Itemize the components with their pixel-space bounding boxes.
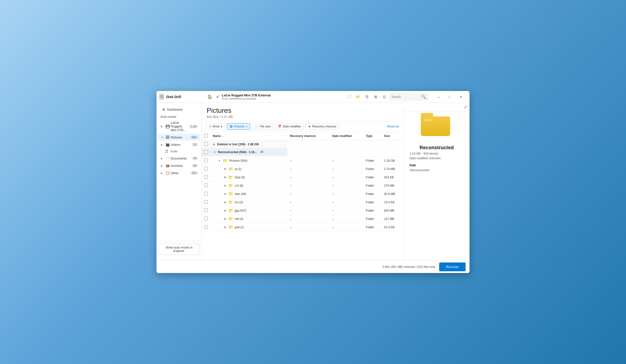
row-checkbox-4[interactable] (204, 192, 208, 196)
expand-icon-pictures: ▼ (161, 136, 164, 139)
recovery-chances-label: Recovery chances (312, 125, 336, 128)
row-checkbox-2[interactable] (204, 175, 208, 179)
expand-ai-btn[interactable]: ▶ (224, 167, 227, 171)
type-cell: Folder (363, 206, 382, 215)
chevron-down-icon: ▾ (221, 125, 222, 128)
sidebar-other-label: Other (171, 171, 189, 175)
maximize-button[interactable]: □ (444, 93, 455, 101)
show-scan-btn[interactable]: Show scan results in Explorer (158, 244, 199, 255)
eye-icon[interactable]: 👁 (260, 150, 264, 154)
size-cell: 127 MB (382, 215, 403, 223)
row-checkbox-5[interactable] (204, 200, 208, 204)
disk-icon: 💾 (165, 124, 170, 128)
select-all-header[interactable] (202, 132, 210, 140)
right-panel: Pictures 842 files / 3.17 GB ≡ Show ▾ 🖼 … (202, 103, 470, 260)
preview-panel: ⤢ Reconstructed 1.19 GB – 504 item(s) (403, 103, 470, 260)
new-file-button[interactable]: 📄 (345, 93, 353, 101)
search-icon: 🔍 (421, 94, 426, 99)
recovery-cell: – (287, 165, 330, 173)
sidebar-item-pictures[interactable]: ▼ 🖼 Pictures 842 (158, 134, 200, 141)
toolbar-icons: 📄 📁 ☰ ⊞ ⊡ 🔍 (345, 93, 429, 101)
expand-reconstructed-button[interactable]: ▼ (213, 150, 216, 154)
select-all-checkbox[interactable] (204, 134, 208, 137)
expand-deleted-button[interactable]: ▶ (213, 142, 216, 146)
folder-icon: 📁 (228, 216, 233, 221)
expand-jpg-btn[interactable]: ▶ (224, 208, 227, 213)
sidebar-item-lacie[interactable]: ▶ 💾 LaCie Rugged Mini 2TB... 1.2K (158, 119, 200, 133)
new-folder-button[interactable]: 📁 (354, 93, 362, 101)
recover-button[interactable]: Recover (439, 262, 466, 271)
group-deleted-checkbox[interactable] (204, 142, 208, 146)
folder-tab (421, 113, 433, 117)
archives-count: 92 (192, 164, 198, 167)
sidebar-videos-label: Videos (171, 143, 191, 147)
group-reconstructed-checkbox[interactable] (204, 150, 208, 154)
folder-preview (421, 117, 453, 141)
preview-size-items: 1.19 GB – 504 item(s) (410, 152, 438, 155)
search-input[interactable] (391, 95, 420, 99)
recovery-cell: – (287, 182, 330, 190)
date-cell: – (330, 206, 363, 215)
expand-pictures-btn[interactable]: ▼ (218, 159, 221, 163)
expand-ico-btn[interactable]: ▶ (224, 200, 227, 204)
expand-nef-btn[interactable]: ▶ (224, 217, 227, 221)
sidebar-item-other[interactable]: ▶ 📋 Other 221 (158, 169, 200, 176)
bottom-bar: 5 files (661 MB) selected, 1242 files to… (156, 260, 470, 273)
list-view-button[interactable]: ☰ (363, 93, 371, 101)
size-cell: 2.74 MB (382, 165, 403, 173)
expand-heic-btn[interactable]: ▶ (224, 192, 227, 196)
minimize-button[interactable]: — (433, 93, 444, 101)
group-deleted-row[interactable]: ▶ Deleted or lost (338) - 1.98 GB (202, 140, 403, 149)
row-checkbox-7[interactable] (204, 217, 208, 220)
file-panel-header: Pictures 842 files / 3.17 GB (202, 103, 403, 121)
sidebar-item-videos[interactable]: ▶ 🎬 Videos 12 (158, 141, 200, 148)
file-panel-subtitle: 842 files / 3.17 GB (207, 115, 399, 119)
bottom-status: 5 files (661 MB) selected, 1242 files to… (160, 265, 439, 269)
expand-bmp-btn[interactable]: ▶ (224, 175, 227, 179)
split-view-button[interactable]: ⊡ (381, 93, 388, 101)
recovery-cell: – (287, 198, 330, 206)
folder-shine (424, 119, 431, 121)
sidebar-item-label: LaCie Rugged Mini 2TB... (171, 121, 188, 132)
type-cell: Folder (363, 182, 382, 190)
row-name: Pictures (504) (229, 159, 247, 162)
sidebar-dashboard[interactable]: ⊞ Dashboard (158, 106, 199, 113)
hamburger-button[interactable]: ☰ (159, 94, 164, 100)
group-reconstructed-row[interactable]: ▼ Reconstructed (504) - 1.19... 👁 (202, 149, 403, 157)
type-cell: Folder (363, 223, 382, 231)
expand-psd-btn[interactable]: ▶ (224, 225, 227, 229)
row-name: jpg (437) (235, 209, 246, 212)
name-column-header[interactable]: Name ↓ (210, 132, 287, 140)
recovery-cell: – (287, 190, 330, 198)
date-cell: – (330, 173, 363, 182)
item-count: 1.2K (189, 125, 198, 128)
folder-icon: 📁 (228, 183, 233, 188)
close-button[interactable]: ✕ (455, 93, 467, 101)
size-cell: 1.19 GB (382, 157, 403, 165)
expand-icon-other: ▶ (161, 172, 164, 174)
expand-cr2-btn[interactable]: ▶ (224, 183, 227, 188)
file-size-filter[interactable]: 📄 File size (252, 123, 273, 130)
sidebar-item-documents[interactable]: ▶ 📄 Documents 75 (158, 155, 200, 162)
file-table-container[interactable]: Name ↓ Recovery chances Date modified Ty… (202, 132, 403, 260)
sidebar-item-archives[interactable]: ▶ 📦 Archives 92 (158, 162, 200, 169)
preview-open-button[interactable]: ⤢ (464, 105, 467, 109)
home-button[interactable]: 🏠 (206, 93, 214, 101)
row-checkbox-0[interactable] (204, 159, 208, 162)
recovery-chances-filter[interactable]: ★ Recovery chances (305, 123, 339, 130)
show-filter-button[interactable]: ≡ Show ▾ (207, 123, 225, 130)
row-checkbox-3[interactable] (204, 183, 208, 187)
row-checkbox-1[interactable] (204, 167, 208, 170)
pictures-filter-chip[interactable]: 🖼 Pictures ✕ (227, 123, 250, 130)
row-checkbox-6[interactable] (204, 208, 208, 212)
reset-all-button[interactable]: Reset all (387, 125, 399, 128)
sidebar-item-audio[interactable]: 🎵 Audio (158, 149, 200, 154)
grid-view-button[interactable]: ⊞ (372, 93, 380, 101)
device-status: Scan completed successfully (222, 97, 271, 100)
pictures-chip-close[interactable]: ✕ (245, 125, 247, 128)
other-count: 221 (190, 171, 198, 175)
sort-icon: ↓ (222, 134, 223, 138)
row-checkbox-8[interactable] (204, 225, 208, 229)
preview-info: 1.19 GB – 504 item(s) Date modified Unkn… (409, 151, 465, 173)
date-modified-filter[interactable]: 📅 Date modified (275, 123, 304, 130)
